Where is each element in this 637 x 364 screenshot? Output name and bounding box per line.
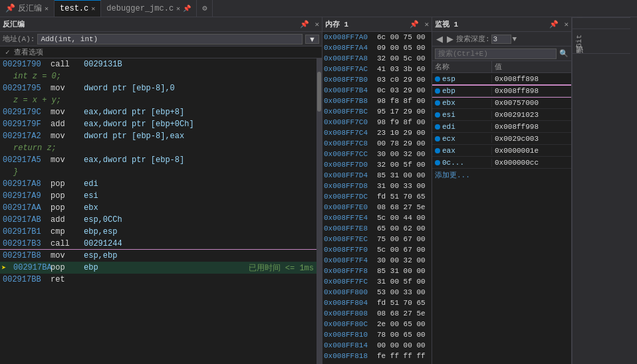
disasm-line[interactable]: 002917A8 pop edi [0, 178, 317, 190]
mem-addr: 0x008FF7CC [324, 150, 377, 158]
disasm-line[interactable]: 0029179C mov eax,dword ptr [ebp+8] [0, 106, 317, 118]
memory-row: 0x008FF7B0 03 c0 29 00 [322, 74, 432, 85]
disasm-line[interactable]: 002917B8 mov esp,ebp [0, 250, 317, 262]
watch-value-cell: 0x00757000 [492, 99, 571, 107]
watch-value-cell: 0x008ff898 [492, 75, 571, 83]
disasm-line[interactable]: 002917B1 cmp ebp,esp [0, 226, 317, 238]
mem-bytes: 85 31 00 00 [377, 171, 426, 179]
mem-bytes: 2e 00 65 00 [377, 320, 426, 328]
watch-name-cell: eax [432, 147, 492, 155]
mem-bytes: 00 00 00 00 [377, 341, 426, 349]
disasm-line[interactable]: 002917A2 mov dword ptr [ebp-8],eax [0, 130, 317, 142]
disasm-addr: 002917BB [3, 275, 51, 284]
watch-row[interactable]: ebx 0x00757000 [432, 97, 571, 109]
disasm-operands: ebx [84, 203, 314, 213]
watch-pin-btn[interactable]: 📌 [549, 20, 559, 29]
disasm-line[interactable]: } [0, 166, 317, 178]
tab-settings[interactable]: ⚙ [197, 0, 213, 17]
memory-row: 0x008FF7EC 75 00 67 00 [322, 234, 432, 244]
watch-value-cell: 0x00291023 [492, 111, 571, 119]
disasm-line[interactable]: z = x + y; [0, 94, 317, 106]
mem-bytes: 75 00 67 00 [377, 235, 426, 243]
disasm-line[interactable]: 002917A5 mov eax,dword ptr [ebp-8] [0, 154, 317, 166]
disasm-operands: ebp,esp [84, 227, 314, 236]
side-tab[interactable]: Git [573, 29, 630, 53]
watch-row[interactable]: ecx 0x0029c003 [432, 133, 571, 145]
disasm-line[interactable]: 0029179F add eax,dword ptr [ebp+0Ch] [0, 118, 317, 130]
memory-row: 0x008FF800 53 00 33 00 [322, 287, 432, 298]
memory-row: 0x008FF808 08 68 27 5e [322, 308, 432, 319]
side-tab[interactable]: 调试 [573, 53, 630, 64]
tab-settings-label: ⚙ [202, 3, 207, 13]
watch-name-cell: edi [432, 123, 492, 131]
watch-panel: 监视 1 📌 ✕ ◀ ▶ 搜索深度: ▼ 🔍 名称 值 esp 0x008ff8… [432, 17, 572, 364]
disasm-mnemonic: pop [51, 191, 84, 201]
depth-dropdown-arrow[interactable]: ▼ [513, 35, 517, 43]
disasm-line[interactable]: 002917AA pop ebx [0, 202, 317, 214]
memory-row: 0x008FF7D8 31 00 33 00 [322, 181, 432, 191]
disasm-panel: 反汇编 📌 ✕ 地址(A): ▼ ✓ 查看选项 00291790 call 00… [0, 17, 322, 364]
memory-pin-btn[interactable]: 📌 [410, 20, 419, 29]
memory-row: 0x008FF7D4 85 31 00 00 [322, 170, 432, 181]
watch-row[interactable]: 0c... 0x000000cc [432, 157, 571, 169]
tab-test[interactable]: test.c ✕ [55, 0, 101, 17]
memory-close-btn[interactable]: ✕ [424, 20, 429, 29]
disasm-line[interactable]: 002917AB add esp,0CCh [0, 214, 317, 226]
mem-addr: 0x008FF814 [324, 341, 377, 349]
depth-input[interactable] [491, 35, 511, 44]
mem-bytes: 08 68 27 5e [377, 203, 426, 211]
watch-row[interactable]: esi 0x00291023 [432, 109, 571, 121]
watch-var-name: edi [442, 123, 455, 131]
disasm-line[interactable]: 002917A9 pop esi [0, 190, 317, 202]
watch-row[interactable]: ebp 0x008ff898 [432, 85, 571, 97]
mem-bytes: 0c 03 29 00 [377, 86, 426, 94]
search-icon: 🔍 [559, 49, 569, 58]
disasm-mnemonic: pop [51, 179, 84, 189]
watch-row[interactable]: edi 0x008ff998 [432, 121, 571, 133]
tab-test-close[interactable]: ✕ [91, 5, 95, 13]
watch-search-bar: 🔍 [432, 46, 571, 61]
disasm-line[interactable]: ➤ 002917BA pop ebp 已用时间 <= 1ms [0, 262, 317, 274]
disasm-line[interactable]: 00291795 mov dword ptr [ebp-8],0 [0, 82, 317, 94]
disasm-mnemonic: pop [51, 263, 84, 272]
mem-bytes: 6c 00 75 00 [377, 33, 426, 41]
tab-debugger-close[interactable]: ✕ [176, 5, 180, 13]
disasm-content[interactable]: 00291790 call 0029131B int z = 0; 002917… [0, 58, 317, 364]
watch-search-input[interactable] [435, 48, 557, 59]
watch-dot-icon [435, 88, 440, 94]
disasm-scroll-thumb[interactable] [317, 72, 321, 112]
disasm-addr: 002917A5 [3, 155, 51, 165]
watch-dot-icon [435, 100, 440, 106]
disasm-line[interactable]: 00291790 call 0029131B [0, 58, 317, 70]
tab-disasm[interactable]: 📌 反汇编 ✕ [0, 0, 55, 17]
watch-row[interactable]: eax 0x0000001e [432, 145, 571, 157]
address-dropdown-btn[interactable]: ▼ [305, 35, 319, 44]
source-line: z = x + y; [3, 96, 61, 105]
address-input[interactable] [37, 34, 303, 45]
watch-header: 监视 1 📌 ✕ [432, 17, 571, 32]
disasm-line[interactable]: int z = 0; [0, 70, 317, 82]
watch-close-btn[interactable]: ✕ [564, 20, 569, 29]
disasm-addr: 002917B3 [3, 239, 51, 248]
memory-content[interactable]: 0x008FF7A0 6c 00 75 00 0x008FF7A4 09 00 … [322, 32, 432, 364]
memory-row: 0x008FF7F4 30 00 32 00 [322, 255, 432, 266]
disasm-close-btn[interactable]: ✕ [315, 20, 319, 29]
disasm-line[interactable]: return z; [0, 142, 317, 154]
watch-forward-btn[interactable]: ▶ [446, 34, 455, 44]
disasm-pin-btn[interactable]: 📌 [300, 20, 309, 29]
disasm-line[interactable]: 002917BB ret [0, 274, 317, 286]
watch-add-label[interactable]: 添加更... [432, 169, 571, 181]
memory-row: 0x008FF7E4 5c 00 44 00 [322, 213, 432, 223]
disasm-scrollbar[interactable] [317, 58, 322, 364]
watch-content[interactable]: esp 0x008ff898 ebp 0x008ff898 ebx 0x0075… [432, 73, 571, 364]
side-tab[interactable]: 清楚了解编译器 [573, 17, 630, 29]
disasm-line[interactable]: 002917B3 call 00291244 [0, 238, 317, 250]
memory-header: 内存 1 📌 ✕ [322, 17, 432, 32]
disasm-operands: ebp [84, 263, 243, 272]
options-row[interactable]: ✓ 查看选项 [0, 46, 322, 58]
mem-addr: 0x008FF804 [324, 299, 377, 307]
tab-disasm-close[interactable]: ✕ [45, 5, 49, 13]
watch-back-btn[interactable]: ◀ [435, 34, 444, 44]
tab-debugger[interactable]: debugger_jmc.c ✕ 📌 [101, 0, 197, 17]
watch-row[interactable]: esp 0x008ff898 [432, 73, 571, 85]
